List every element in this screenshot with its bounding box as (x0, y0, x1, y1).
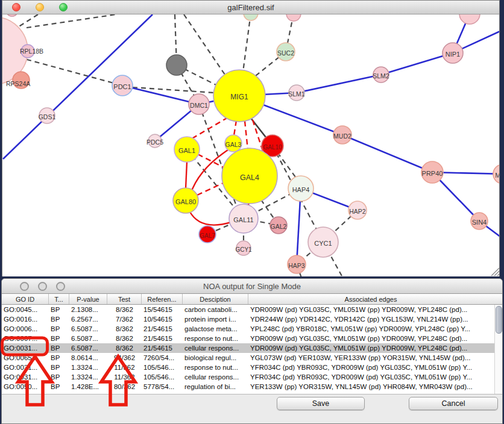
table-cell: GO:0031... (2, 343, 49, 353)
table-row[interactable]: GO:0045...BP2.1308...8/36215/54615carbon… (2, 305, 502, 314)
network-node-gray-node[interactable] (166, 55, 187, 75)
network-node-label-SIN4: SIN4 (472, 219, 487, 226)
network-node-pink-cut-node-mid[interactable] (286, 14, 301, 21)
table-cell: 11/362 (107, 372, 142, 382)
network-node-label-GAL3: GAL3 (225, 141, 242, 148)
table-cell: 21/54615 (142, 343, 183, 353)
cancel-button[interactable]: Cancel (409, 397, 498, 410)
network-node-label-GAL1: GAL1 (178, 147, 195, 154)
zoom-icon[interactable] (59, 3, 68, 11)
table-cell: cellular respons... (183, 372, 248, 382)
table-cell: YDR009W (pd) YGL035C, YML051W (pp) YDR00… (248, 305, 493, 314)
table-cell: GO:0031... (2, 372, 49, 382)
column-header-referen-[interactable]: Referen... (142, 294, 183, 304)
network-edge-red (186, 162, 187, 189)
network-edge-blue (342, 135, 432, 172)
noa-window-titlebar[interactable]: NOA output for Single Mode (2, 279, 502, 294)
column-header-associated-edges[interactable]: Associated edges (248, 294, 493, 304)
table-cell: 8.0614... (69, 353, 107, 363)
table-row[interactable]: GO:0065...BP8.0614...94/3627260/54...bio… (2, 353, 502, 363)
table-cell: 8/362 (107, 343, 142, 353)
network-node-label-RPS24A: RPS24A (6, 80, 30, 87)
table-cell: 105/546... (142, 372, 183, 382)
network-node-label-GAL7: GAL7 (200, 232, 215, 239)
network-node-label-PDC5: PDC5 (146, 139, 163, 146)
table-cell: 1.3324... (69, 372, 107, 382)
table-scrollbar[interactable] (494, 305, 502, 394)
table-cell: YPL248C (pd) YBR018C, YML051W (pp) YDR00… (248, 324, 493, 334)
column-header-test[interactable]: Test (107, 294, 142, 304)
column-header-desciption[interactable]: Desciption (183, 294, 248, 304)
column-header-t-[interactable]: T... (49, 294, 69, 304)
network-edge-blue (122, 86, 199, 104)
table-cell: YER133W (pp) YOR315W, YNL145W (pd) YHR08… (248, 382, 493, 391)
table-cell: GO:0006... (2, 324, 49, 334)
table-row[interactable]: GO:0031...BP1.3324...11/362105/546...res… (2, 363, 502, 372)
network-node-label-HAP4: HAP4 (292, 186, 310, 193)
network-edge-red (189, 211, 231, 225)
network-node-label-SUC2: SUC2 (277, 49, 294, 57)
network-node-label-GCY1: GCY1 (235, 246, 252, 253)
network-node-label-GAL4: GAL4 (240, 173, 259, 182)
table-row[interactable]: GO:0016...BP6.2567...7/36210/54615protei… (2, 314, 502, 324)
network-edge-red-dashed (198, 154, 225, 168)
column-header-p-value[interactable]: P-value (69, 294, 107, 304)
resize-grip-icon[interactable] (491, 268, 499, 276)
save-button[interactable]: Save (277, 397, 365, 410)
network-edge-red-dashed (197, 182, 224, 195)
table-cell: 8/362 (107, 324, 142, 334)
desktop: galFiltered.sif RPL18BRPS24AGDS1PDC1MIG1… (0, 0, 504, 424)
table-cell: 7/362 (107, 314, 142, 324)
network-window-titlebar[interactable]: galFiltered.sif (2, 1, 499, 14)
column-header-go-id[interactable]: GO ID (2, 294, 49, 304)
network-node-label-PRP40: PRP40 (422, 170, 443, 177)
network-edge-dashed (27, 14, 116, 28)
network-node-label-GAL10: GAL10 (263, 144, 282, 151)
table-cell: BP (49, 382, 69, 391)
network-node-pink-cut-node-right[interactable] (459, 14, 480, 24)
table-cell: YGL073W (pd) YER103W, YER133W (pp) YOR31… (248, 353, 493, 363)
table-cell: YDR009W (pd) YGL035C, YML051W (pp) YDR00… (248, 334, 493, 343)
zoom-icon[interactable] (56, 282, 65, 291)
network-edge-red-dashed (190, 117, 228, 140)
table-body: GO:0045...BP2.1308...8/36215/54615carbon… (2, 305, 502, 394)
table-cell: 21/54615 (142, 334, 183, 343)
table-row[interactable]: GO:0050...BP1.428E...80/3625778/54...reg… (2, 382, 502, 391)
table-cell: 6.5087... (69, 343, 107, 353)
table-cell: BP (49, 334, 69, 343)
table-row[interactable]: GO:0006...BP6.5087...8/36221/54615galact… (2, 324, 502, 334)
noa-output-window: NOA output for Single Mode GO IDT...P-va… (1, 278, 503, 424)
network-node-cut-node-topleft[interactable] (6, 14, 18, 16)
table-row[interactable]: GO:0031...BP1.3324...11/362105/546...cel… (2, 372, 502, 382)
scrollbar-thumb[interactable] (496, 306, 502, 334)
minimize-icon[interactable] (36, 3, 44, 11)
table-row-selected[interactable]: GO:0031...BP6.5087...8/36221/54615cellul… (2, 343, 502, 353)
network-edge-blue (381, 53, 453, 75)
table-cell: 6.5087... (69, 334, 107, 343)
network-node-label-SLM2: SLM2 (373, 72, 389, 80)
network-node-label-SLM1: SLM1 (288, 90, 305, 98)
network-edge-blue (297, 75, 381, 93)
minimize-icon[interactable] (38, 282, 47, 291)
table-cell: YDR244W (pp) YDR142C, YDR142C (pp) YGL15… (248, 314, 493, 324)
table-cell: BP (49, 343, 69, 353)
table-row[interactable]: GO:0007...BP6.5087...8/36221/54615respon… (2, 334, 502, 343)
table-cell: BP (49, 305, 69, 314)
table-cell: BP (49, 314, 69, 324)
table-cell: galactose meta... (183, 324, 248, 334)
table-cell: biological regul... (183, 353, 248, 363)
table-cell: GO:0031... (2, 363, 49, 372)
table-cell: GO:0007... (2, 334, 49, 343)
table-cell: carbon cataboli... (183, 305, 248, 314)
network-node-label-PDC1: PDC1 (113, 83, 131, 90)
table-cell: response to nut... (183, 363, 248, 372)
network-node-label-GDS1: GDS1 (39, 113, 56, 120)
network-node-label-MUD2: MUD2 (333, 132, 351, 140)
network-canvas[interactable]: RPL18BRPS24AGDS1PDC1MIG1DMC1PDC5SUC2SLM1… (2, 14, 499, 276)
table-cell: 94/362 (107, 353, 142, 363)
close-icon[interactable] (12, 3, 20, 11)
network-node-green-cut-node[interactable] (244, 14, 258, 20)
close-icon[interactable] (20, 282, 29, 291)
table-cell: 80/362 (107, 382, 142, 391)
table-cell: 21/54615 (142, 324, 183, 334)
